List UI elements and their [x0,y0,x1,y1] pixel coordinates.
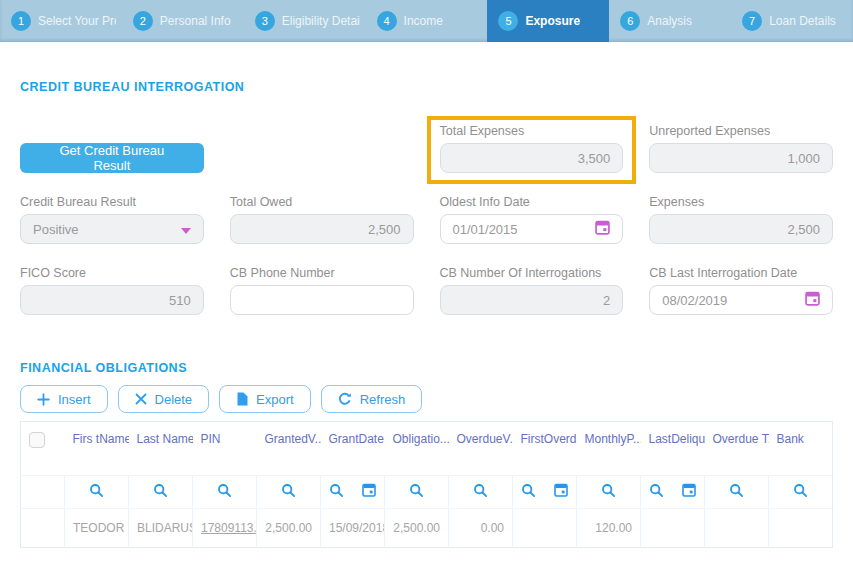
search-icon[interactable] [601,484,616,501]
cb-number-of-interrogations-input[interactable]: 2 [440,285,624,315]
calendar-icon[interactable] [362,483,376,501]
filter-lastname[interactable] [129,476,193,509]
oldest-info-date-input[interactable]: 01/01/2015 [440,214,624,244]
cell-obligation: 2,500.00 [385,509,449,548]
filter-grantdate[interactable] [321,476,385,509]
cell-firstname: TEODOR [65,509,129,548]
credit-bureau-result-select[interactable]: Positive [20,214,204,244]
oldest-info-date-label: Oldest Info Date [440,195,624,209]
refresh-icon [338,392,352,406]
field-fico-score: FICO Score 510 [20,266,204,315]
row-select-cell[interactable] [21,509,65,548]
total-expenses-label: Total Expenses [440,124,624,138]
export-label: Export [256,392,294,407]
calendar-icon[interactable] [554,483,568,501]
total-expenses-highlight-box: Total Expenses 3,500 [427,116,637,184]
column-header-bank[interactable]: Bank [769,422,833,476]
filter-firstname[interactable] [65,476,129,509]
column-header-grantdate[interactable]: GrantDate [321,422,385,476]
search-icon[interactable] [649,483,664,502]
field-credit-bureau-result: Credit Bureau Result Positive [20,195,204,244]
insert-button[interactable]: Insert [20,385,108,413]
column-header-monthlypayment[interactable]: MonthlyP... [577,422,641,476]
search-icon[interactable] [793,484,808,501]
search-icon[interactable] [281,484,296,501]
select-all-checkbox[interactable] [29,432,45,448]
filter-grantedvalue[interactable] [257,476,321,509]
delete-button[interactable]: Delete [118,385,210,413]
column-header-firstname[interactable]: Firs tName [65,422,129,476]
refresh-button[interactable]: Refresh [321,385,423,413]
field-cb-last-interrogation-date: CB Last Interrogation Date 08/02/2019 [649,266,833,315]
calendar-icon[interactable] [805,291,820,309]
filter-firstoverdue[interactable] [513,476,577,509]
step-select-your-product[interactable]: 1 Select Your Produ [0,0,122,42]
select-all-cell [21,422,65,476]
filter-bank[interactable] [769,476,833,509]
search-icon[interactable] [521,483,536,502]
field-oldest-info-date: Oldest Info Date 01/01/2015 [440,195,624,244]
refresh-label: Refresh [360,392,406,407]
calendar-icon[interactable] [595,220,610,238]
close-icon [135,393,147,405]
table-filter-row [21,476,833,509]
column-header-grantedvalue[interactable]: GrantedV... [257,422,321,476]
search-icon[interactable] [89,484,104,501]
search-icon[interactable] [473,484,488,501]
calendar-icon[interactable] [682,483,696,501]
fico-score-input[interactable]: 510 [20,285,204,315]
filter-overduetime[interactable] [705,476,769,509]
financial-obligations-section-title: FINANCIAL OBLIGATIONS [20,361,833,375]
cb-last-interrogation-date-input[interactable]: 08/02/2019 [649,285,833,315]
column-header-pin[interactable]: PIN [193,422,257,476]
cell-monthlypayment: 120.00 [577,509,641,548]
credit-bureau-result-label: Credit Bureau Result [20,195,204,209]
search-icon[interactable] [329,483,344,502]
total-expenses-input[interactable]: 3,500 [440,143,624,173]
total-owed-label: Total Owed [230,195,414,209]
export-button[interactable]: Export [219,385,311,413]
filter-pin[interactable] [193,476,257,509]
column-header-firstoverdue[interactable]: FirstOverd... [513,422,577,476]
column-header-lastname[interactable]: Last Name [129,422,193,476]
step-number-badge: 1 [11,11,31,31]
search-icon[interactable] [153,484,168,501]
column-header-overduetime[interactable]: Overdue T... [705,422,769,476]
step-number-badge: 3 [255,11,275,31]
table-toolbar: Insert Delete Export Refresh [20,385,833,413]
filter-obligation[interactable] [385,476,449,509]
file-icon [236,392,248,406]
selected-value: Positive [33,222,79,237]
pin-link[interactable]: 17809113... [201,521,257,535]
step-analysis[interactable]: 6 Analysis [609,0,731,42]
step-personal-info[interactable]: 2 Personal Info [122,0,244,42]
step-label: Eligibility Details [282,14,360,28]
filter-overduevalue[interactable] [449,476,513,509]
unreported-expenses-label: Unreported Expenses [649,124,833,138]
search-icon[interactable] [217,484,232,501]
get-credit-bureau-result-button[interactable]: Get Credit Bureau Result [20,143,204,173]
search-icon[interactable] [729,484,744,501]
step-eligibility-details[interactable]: 3 Eligibility Details [244,0,366,42]
expenses-label: Expenses [649,195,833,209]
search-icon[interactable] [409,484,424,501]
field-expenses: Expenses 2,500 [649,195,833,244]
column-header-overduevalue[interactable]: OverdueV... [449,422,513,476]
cb-last-interrogation-date-label: CB Last Interrogation Date [649,266,833,280]
step-number-badge: 5 [498,11,518,31]
cell-overduetime [705,509,769,548]
step-loan-details[interactable]: 7 Loan Details [731,0,853,42]
column-header-lastdelinquency[interactable]: LastDeliqu... [641,422,705,476]
total-owed-input[interactable]: 2,500 [230,214,414,244]
field-total-owed: Total Owed 2,500 [230,195,414,244]
filter-monthlypayment[interactable] [577,476,641,509]
column-header-obligation[interactable]: Obligatio... [385,422,449,476]
unreported-expenses-input[interactable]: 1,000 [649,143,833,173]
cb-phone-number-input[interactable] [230,285,414,315]
filter-lastdelinquency[interactable] [641,476,705,509]
expenses-input[interactable]: 2,500 [649,214,833,244]
step-label: Analysis [647,14,692,28]
step-exposure-active[interactable]: 5 Exposure [487,0,609,42]
step-number-badge: 7 [742,11,762,31]
step-income[interactable]: 4 Income [366,0,488,42]
